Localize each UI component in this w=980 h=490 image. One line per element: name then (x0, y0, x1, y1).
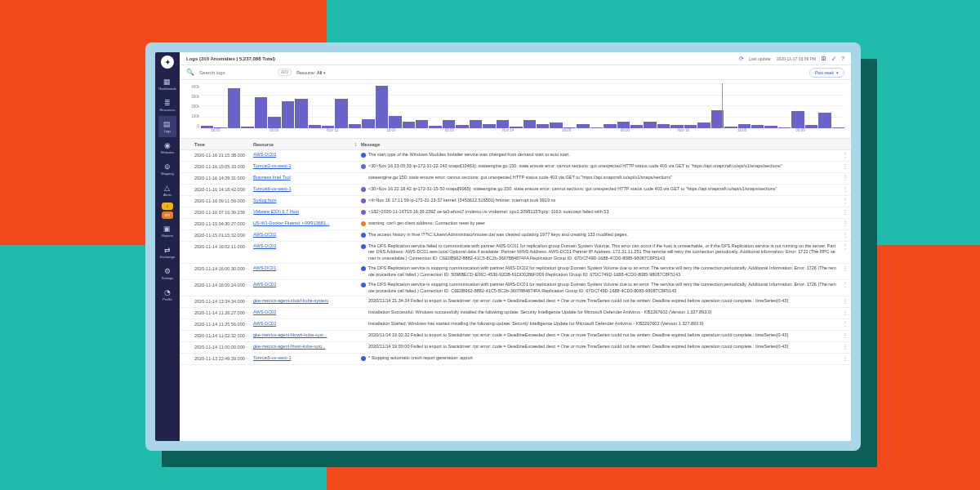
resource-link[interactable]: AWS-DC02 (253, 232, 276, 237)
table-row[interactable]: 2020-11-15 01:15:32.000 AWS-DC02 The acc… (180, 230, 851, 242)
histogram-bar[interactable] (617, 122, 630, 128)
row-actions-icon[interactable]: ⋮ (840, 198, 851, 204)
resource-link[interactable]: AWS-DC02 (253, 243, 276, 248)
resource-link[interactable]: Tomcat2-us-west-1 (253, 163, 291, 168)
resource-link[interactable]: AWS-DC02 (253, 282, 276, 287)
alert-count-badge[interactable]: 2 (162, 203, 173, 210)
histogram-bar[interactable] (644, 122, 656, 128)
col-header-resource[interactable]: Resource (253, 142, 351, 147)
advanced-pill[interactable]: ADV (278, 69, 292, 76)
col-header-time[interactable]: Time (180, 142, 253, 147)
histogram-bar[interactable] (376, 86, 388, 128)
sidebar-item-mapping[interactable]: ⊚Mapping (158, 158, 176, 180)
help-icon[interactable]: ? (841, 56, 844, 61)
histogram-bar[interactable] (255, 97, 267, 129)
table-row[interactable]: 2020-11-14 11:26:27.000 AWS-DC02 Install… (180, 308, 851, 319)
col-header-message[interactable]: Message (359, 142, 840, 147)
row-actions-icon[interactable]: ⋮ (840, 209, 851, 216)
histogram-bar[interactable] (443, 120, 455, 128)
column-resize-handle[interactable]: ⫶ (351, 142, 359, 147)
histogram-bar[interactable] (268, 117, 280, 128)
row-actions-icon[interactable]: ⋮ (840, 152, 851, 158)
refresh-icon[interactable]: ⟳ (739, 56, 744, 62)
sidebar-item-profile[interactable]: ◔Profile (158, 284, 176, 305)
histogram-bar[interactable] (818, 113, 831, 128)
row-actions-icon[interactable]: ⋮ (840, 310, 851, 316)
table-row[interactable]: 2020-11-14 11:00:00.000 gke-metrics-agen… (180, 342, 851, 354)
table-row[interactable]: 2020-11-14 13:34:34.000 gke-metrics-agen… (180, 296, 851, 308)
sidebar-item-settings[interactable]: ⚙Settings (158, 263, 176, 284)
histogram-bar[interactable] (497, 120, 509, 128)
row-actions-icon[interactable]: ⋮ (840, 163, 851, 170)
sidebar-item-websites[interactable]: ◉Websites (158, 137, 176, 158)
table-row[interactable]: 2020-11-16 09:11:59.000 Syslog host <4>N… (180, 196, 851, 207)
table-row[interactable]: 2020-11-16 14:18:42.000 Tomcat6-us-west-… (180, 185, 851, 196)
histogram-bar[interactable] (389, 116, 401, 128)
row-actions-icon[interactable]: ⋮ (840, 232, 851, 238)
histogram-bar[interactable] (335, 99, 347, 128)
resources-icon: ≣ (164, 100, 171, 107)
histogram-bar[interactable] (550, 122, 562, 128)
histogram-bar[interactable] (403, 122, 415, 128)
table-row[interactable]: 2020-11-14 16:00:24.000 AWS-DC02 The DFS… (180, 280, 851, 296)
row-actions-icon[interactable]: ⋮ (840, 265, 851, 272)
sidebar-item-logs[interactable]: ▤Logs (158, 116, 176, 137)
histogram-bar[interactable] (416, 120, 428, 128)
row-actions-icon[interactable]: ⋮ (840, 282, 851, 288)
resource-filter[interactable]: Resource: All ▾ (296, 70, 326, 75)
resource-link[interactable]: VMware ESXi 6.7 Host (253, 209, 299, 214)
sidebar-item-resources[interactable]: ≣Resources (158, 95, 176, 116)
table-row[interactable]: 2020-11-13 22:49:39.000 Tomcat5-us-west-… (180, 354, 851, 365)
sidebar-item-dashboards[interactable]: ▦Dashboards (158, 74, 176, 95)
table-row[interactable]: 2020-11-14 11:02:32.000 gke-metrics-agen… (180, 331, 851, 342)
table-row[interactable]: 2020-11-16 15:05:33.000 Tomcat2-us-west-… (180, 162, 851, 173)
table-row[interactable]: 2020-11-14 16:00:30.000 AWS-DC01 The DFS… (180, 264, 851, 280)
row-actions-icon[interactable]: ⋮ (840, 220, 851, 227)
histogram-bar[interactable] (791, 111, 804, 128)
table-row[interactable]: 2020-11-14 11:25:56.000 AWS-DC02 Install… (180, 319, 851, 331)
resource-link[interactable]: Syslog host (253, 198, 276, 203)
row-actions-icon[interactable]: ⋮ (840, 186, 851, 193)
row-actions-icon[interactable]: ⋮ (840, 298, 851, 305)
resource-link[interactable]: gke-metrics-agent-cbdxf-kube-system (253, 298, 328, 303)
histogram-bar[interactable] (523, 120, 536, 128)
expand-icon[interactable]: ⤢ (831, 56, 836, 62)
resource-link[interactable]: AWS-DC01 (253, 265, 276, 270)
time-marker[interactable] (722, 83, 723, 128)
histogram-bar[interactable] (228, 88, 240, 129)
resource-link[interactable]: US-W1-Docker Fluentd: i-00f913681... (253, 220, 330, 225)
row-actions-icon[interactable]: ⋮ (840, 321, 851, 327)
sidebar-item-exchange[interactable]: ⇄Exchange (158, 242, 176, 263)
row-actions-icon[interactable]: ⋮ (840, 332, 851, 339)
histogram-chart[interactable]: 400k300k200k100k0 16:0008:00Nov 1216:000… (180, 80, 851, 139)
alert-count-badge[interactable]: 679 (162, 212, 173, 219)
resource-link[interactable]: gke-metrics-agent-hkrwh-kube-syst... (253, 332, 327, 337)
brand-logo-icon: ✦ (161, 56, 174, 69)
table-row[interactable]: 2020-11-15 04:30:27.000 US-W1-Docker Flu… (180, 219, 851, 230)
table-row[interactable]: 2020-11-16 14:29:31.000 Business Intel T… (180, 173, 851, 185)
row-actions-icon[interactable]: ⋮ (840, 243, 851, 250)
histogram-bar[interactable] (295, 99, 307, 128)
resource-link[interactable]: AWS-DC02 (253, 152, 276, 157)
sidebar-item-alerts[interactable]: △Alerts (158, 180, 176, 201)
table-row[interactable]: 2020-11-16 21:15:38.000 AWS-DC02 The sta… (180, 150, 851, 162)
row-actions-icon[interactable]: ⋮ (840, 175, 851, 181)
histogram-bar[interactable] (470, 120, 482, 128)
histogram-bar[interactable] (362, 119, 374, 128)
resource-link[interactable]: AWS-DC02 (253, 321, 276, 326)
table-row[interactable]: 2020-11-14 16:02:11.000 AWS-DC02 The DFS… (180, 242, 851, 264)
resource-link[interactable]: gke-metrics-agent-fhvwt-kube-syst... (253, 344, 326, 349)
sidebar-item-reports[interactable]: ▣Reports (158, 220, 176, 242)
resource-link[interactable]: AWS-DC02 (253, 310, 276, 314)
search-input[interactable] (199, 70, 273, 75)
histogram-bar[interactable] (697, 122, 710, 128)
row-actions-icon[interactable]: ⋮ (840, 344, 851, 350)
row-actions-icon[interactable]: ⋮ (840, 355, 851, 362)
calendar-icon[interactable]: 🗓 (821, 56, 826, 61)
time-range-selector[interactable]: Past week ▾ (809, 68, 844, 78)
resource-link[interactable]: Tomcat5-us-west-1 (253, 355, 291, 360)
resource-link[interactable]: Business Intel Tool (253, 175, 291, 180)
table-row[interactable]: 2020-11-16 07:16:39.239 VMware ESXi 6.7 … (180, 207, 851, 219)
histogram-bar[interactable] (282, 101, 294, 128)
resource-link[interactable]: Tomcat6-us-west-1 (253, 186, 291, 191)
